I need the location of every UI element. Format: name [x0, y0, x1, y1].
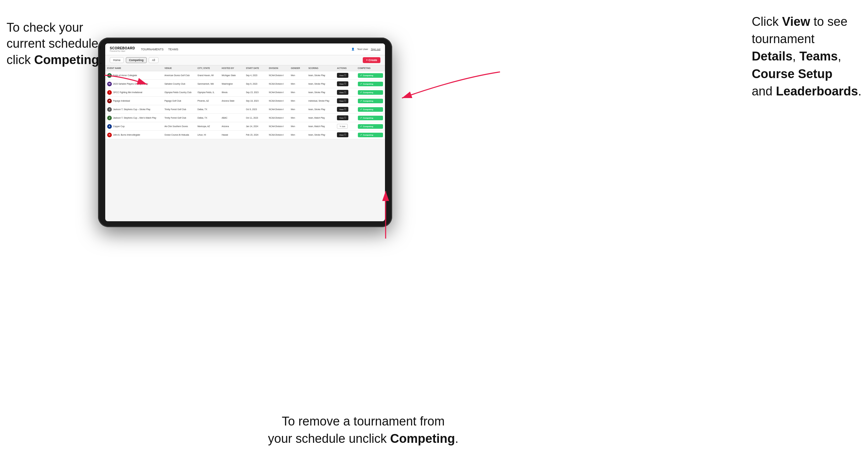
event-name-cell: J Jackson T. Stephens Cup – Stroke Play: [105, 105, 162, 114]
gender-cell: Men: [289, 71, 307, 80]
event-name: Copper Cup: [113, 125, 125, 127]
competing-cell: ✓ Competing: [356, 71, 385, 80]
create-button[interactable]: + Create: [363, 57, 380, 63]
col-gender: GENDER: [289, 65, 307, 71]
start_date-cell: Oct 9, 2023: [244, 105, 267, 114]
division-cell: NCAA Division I: [267, 88, 289, 97]
event-name-cell: H John A. Burns Intercollegiate: [105, 131, 162, 139]
venue-cell: American Dunes Golf Club: [162, 71, 195, 80]
tablet-screen: SCOREBOARD Powered by clippi TOURNAMENTS…: [105, 43, 385, 221]
start_date-cell: Sep 9, 2023: [244, 80, 267, 88]
col-division: DIVISION: [267, 65, 289, 71]
table-row: J Jackson T. Stephens Cup – Men's Match …: [105, 114, 385, 122]
action-cell: View ⓘ: [335, 71, 355, 80]
nav-teams[interactable]: TEAMS: [168, 48, 179, 51]
event-name: Jackson T. Stephens Cup – Stroke Play: [113, 108, 150, 111]
table-body: S Folds of Honor Collegiate American Dun…: [105, 71, 385, 139]
division-cell: NCAA Division I: [267, 122, 289, 131]
event-name-cell: I OFCC Fighting Illini Invitational: [105, 88, 162, 97]
competing-badge[interactable]: ✓ Competing: [358, 107, 383, 112]
start_date-cell: Sep 15, 2023: [244, 88, 267, 97]
competing-cell: ✓ Competing: [356, 114, 385, 122]
division-cell: NCAA Division I: [267, 80, 289, 88]
team-icon: J: [107, 116, 112, 120]
team-icon: J: [107, 107, 112, 112]
view-button[interactable]: View ⓘ: [337, 73, 348, 78]
hosted-cell: Arizona: [220, 122, 244, 131]
scoring-cell: team, Stroke Play: [307, 71, 335, 80]
action-cell: View ⓘ: [335, 88, 355, 97]
competing-badge[interactable]: ✓ Competing: [358, 90, 383, 95]
table-row: P Papago Individual Papago Golf ClubPhoe…: [105, 97, 385, 105]
event-name: 2023 Sahalee Players Championship: [113, 83, 148, 85]
table-row: W 2023 Sahalee Players Championship Saha…: [105, 80, 385, 88]
competing-cell: ✓ Competing: [356, 88, 385, 97]
team-icon: H: [107, 133, 112, 137]
annotation-bottom: To remove a tournament from your schedul…: [268, 413, 459, 447]
event-name: Folds of Honor Collegiate: [113, 74, 137, 76]
start_date-cell: Jan 14, 2024: [244, 122, 267, 131]
city-cell: Grand Haven, MI: [195, 71, 220, 80]
user-icon: 👤: [351, 48, 354, 51]
city-cell: Dallas, TX: [195, 105, 220, 114]
start_date-cell: Sep 4, 2023: [244, 71, 267, 80]
action-cell: ✎ Edit: [335, 122, 355, 131]
edit-button[interactable]: ✎ Edit: [337, 124, 348, 129]
nav-tournaments[interactable]: TOURNAMENTS: [141, 48, 163, 51]
venue-cell: Trinity Forest Golf Club: [162, 105, 195, 114]
competing-badge[interactable]: ✓ Competing: [358, 124, 383, 129]
team-icon: I: [107, 90, 112, 95]
division-cell: NCAA Division I: [267, 71, 289, 80]
team-icon: S: [107, 73, 112, 78]
sign-out-link[interactable]: Sign out: [371, 48, 380, 51]
competing-cell: ✓ Competing: [356, 80, 385, 88]
col-hosted-by: HOSTED BY: [220, 65, 244, 71]
event-name-cell: J Jackson T. Stephens Cup – Men's Match …: [105, 114, 162, 122]
view-button[interactable]: View ⓘ: [337, 98, 348, 103]
hosted-cell: Illinois: [220, 88, 244, 97]
competing-cell: ✓ Competing: [356, 131, 385, 139]
event-name: Papago Individual: [113, 100, 130, 102]
view-button[interactable]: View ⓘ: [337, 132, 348, 137]
home-filter-button[interactable]: Home: [110, 57, 124, 63]
competing-badge[interactable]: ✓ Competing: [358, 99, 383, 103]
hosted-cell: ABAC: [220, 114, 244, 122]
start_date-cell: Oct 11, 2023: [244, 114, 267, 122]
event-name: Jackson T. Stephens Cup – Men's Match Pl…: [113, 117, 156, 119]
filter-bar: Home Competing All + Create: [105, 55, 385, 65]
city-cell: Phoenix, AZ: [195, 97, 220, 105]
scoring-cell: team, Stroke Play: [307, 80, 335, 88]
event-name: OFCC Fighting Illini Invitational: [113, 91, 142, 93]
competing-filter-button[interactable]: Competing: [126, 57, 147, 63]
view-button[interactable]: View ⓘ: [337, 107, 348, 112]
view-button[interactable]: View ⓘ: [337, 82, 348, 86]
table-row: A Copper Cup Ak-Chin Southern DunesMaric…: [105, 122, 385, 131]
start_date-cell: Feb 15, 2024: [244, 131, 267, 139]
all-filter-button[interactable]: All: [149, 57, 158, 63]
tournaments-table: EVENT NAME VENUE CITY, STATE HOSTED BY S…: [105, 65, 385, 139]
gender-cell: Men: [289, 114, 307, 122]
venue-cell: Olympia Fields Country Club: [162, 88, 195, 97]
hosted-cell: Arizona State: [220, 97, 244, 105]
city-cell: Maricopa, AZ: [195, 122, 220, 131]
nav-right: 👤 Test User Sign out: [351, 48, 380, 51]
view-button[interactable]: View ⓘ: [337, 115, 348, 120]
table-row: S Folds of Honor Collegiate American Dun…: [105, 71, 385, 80]
table-container: EVENT NAME VENUE CITY, STATE HOSTED BY S…: [105, 65, 385, 220]
event-name-cell: S Folds of Honor Collegiate: [105, 71, 162, 80]
competing-badge[interactable]: ✓ Competing: [358, 82, 383, 86]
competing-badge[interactable]: ✓ Competing: [358, 133, 383, 137]
hosted-cell: Michigan State: [220, 71, 244, 80]
col-scoring: SCORING: [307, 65, 335, 71]
city-cell: Olympia Fields, IL: [195, 88, 220, 97]
competing-badge[interactable]: ✓ Competing: [358, 116, 383, 120]
event-name-cell: P Papago Individual: [105, 97, 162, 105]
view-button[interactable]: View ⓘ: [337, 90, 348, 95]
competing-badge[interactable]: ✓ Competing: [358, 73, 383, 78]
annotation-top-left: To check your current schedule, click Co…: [6, 20, 102, 68]
action-cell: View ⓘ: [335, 80, 355, 88]
gender-cell: Men: [289, 105, 307, 114]
venue-cell: Sahalee Country Club: [162, 80, 195, 88]
col-city-state: CITY, STATE: [195, 65, 220, 71]
gender-cell: Men: [289, 131, 307, 139]
